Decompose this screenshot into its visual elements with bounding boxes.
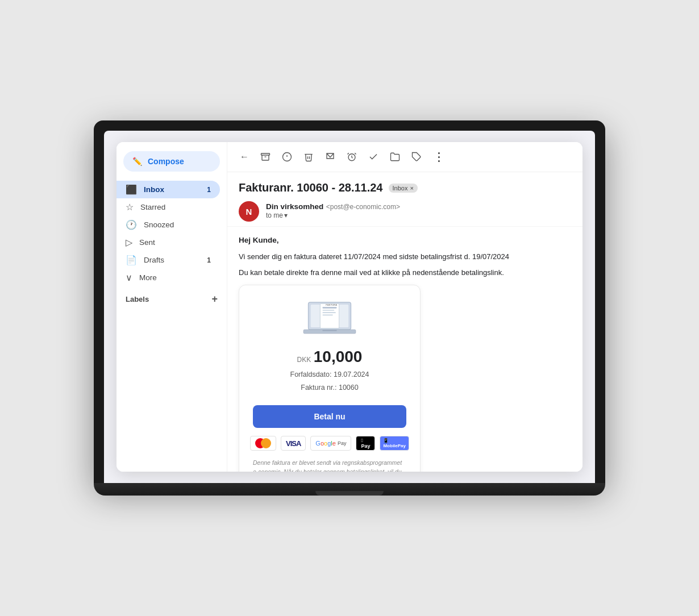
snooze-button[interactable]: [343, 149, 360, 164]
laptop-wrapper: ✏️ Compose ⬛ Inbox 1 ☆ Starred 🕐 S: [94, 120, 605, 496]
more-icon: ∨: [126, 272, 132, 283]
send-icon: ▷: [126, 237, 132, 248]
more-options-button[interactable]: ⋮: [430, 148, 448, 166]
mastercard-icon: [255, 438, 271, 448]
email-subject-text: Fakturanr. 10060 - 28.11.24: [239, 181, 383, 194]
email-body-text-2: Du kan betale direkte fra denne mail ved…: [239, 267, 571, 278]
invoice-card: FAKTURA DKK 10,000: [239, 285, 421, 472]
inbox-icon: ⬛: [126, 184, 137, 195]
email-toolbar: ←: [227, 142, 582, 172]
invoice-currency: DKK: [297, 356, 311, 364]
nav-sent-label: Sent: [139, 238, 155, 247]
sender-avatar: N: [239, 201, 259, 222]
delete-button[interactable]: [300, 149, 317, 164]
laptop-base: [94, 483, 605, 496]
email-subject-row: Fakturanr. 10060 - 28.11.24 Inbox ×: [239, 181, 571, 194]
sender-name-line: Din virksomhed <post@e-conomic.com>: [266, 201, 400, 211]
email-header: Fakturanr. 10060 - 28.11.24 Inbox × N: [227, 172, 582, 227]
archive-button[interactable]: [257, 149, 274, 164]
visa-badge: VISA: [281, 436, 306, 451]
nav-starred-label: Starred: [140, 203, 165, 211]
drafts-icon: 📄: [126, 255, 137, 265]
chevron-down-icon: ▾: [284, 211, 288, 219]
compose-button[interactable]: ✏️ Compose: [123, 151, 220, 172]
payment-methods: VISA Google Pay  Pay 📱 MobilePay: [253, 436, 406, 451]
sender-email: <post@e-conomic.com>: [326, 203, 400, 211]
inbox-badge-count: 1: [207, 186, 211, 194]
labels-section: Labels +: [116, 286, 227, 309]
mark-button[interactable]: [322, 149, 339, 164]
laptop-body: ✏️ Compose ⬛ Inbox 1 ☆ Starred 🕐 S: [94, 120, 605, 483]
email-body-text-1: Vi sender dig en faktura dateret 11/07/2…: [239, 251, 571, 263]
sidebar-item-snoozed[interactable]: 🕐 Snoozed: [116, 216, 220, 234]
invoice-footer-text-1: Denne faktura er blevet sendt via regnsk…: [253, 459, 406, 472]
label-button[interactable]: [408, 149, 425, 164]
invoice-due-date: Forfaldsdato: 19.07.2024: [253, 368, 406, 381]
invoice-amount: DKK 10,000: [253, 348, 406, 366]
svg-rect-8: [323, 307, 337, 309]
drafts-badge-count: 1: [207, 256, 211, 264]
compose-label: Compose: [148, 157, 184, 166]
laptop-screen: ✏️ Compose ⬛ Inbox 1 ☆ Starred 🕐 S: [104, 131, 595, 483]
inbox-tag-badge: Inbox ×: [389, 184, 418, 193]
email-body: Hej Kunde, Vi sender dig en faktura date…: [227, 227, 582, 472]
mastercard-badge: [250, 436, 276, 451]
compose-icon: ✏️: [132, 157, 142, 166]
nav-snoozed-label: Snoozed: [144, 220, 174, 229]
to-me-dropdown[interactable]: to me ▾: [266, 211, 400, 219]
sidebar-item-more[interactable]: ∨ More: [116, 269, 227, 286]
sidebar-item-drafts[interactable]: 📄 Drafts 1: [116, 251, 220, 269]
nav-inbox-label: Inbox: [144, 185, 164, 194]
invoice-value: 10,000: [314, 348, 363, 365]
invoice-illustration: FAKTURA: [253, 299, 406, 339]
svg-rect-0: [261, 153, 270, 155]
pay-now-button[interactable]: Betal nu: [253, 405, 406, 428]
invoice-details: Forfaldsdato: 19.07.2024 Faktura nr.: 10…: [253, 368, 406, 394]
clock-icon: 🕐: [126, 219, 137, 230]
add-label-button[interactable]: +: [211, 293, 218, 305]
main-content: ←: [227, 142, 582, 472]
invoice-number: Faktura nr.: 10060: [253, 381, 406, 394]
mobilepay-badge: 📱 MobilePay: [380, 436, 409, 451]
sender-info: Din virksomhed <post@e-conomic.com> to m…: [266, 201, 400, 219]
report-button[interactable]: [278, 149, 296, 164]
labels-title: Labels: [126, 295, 149, 303]
move-to-button[interactable]: [386, 149, 403, 164]
back-button[interactable]: ←: [236, 149, 252, 164]
svg-rect-14: [323, 330, 337, 331]
svg-text:FAKTURA: FAKTURA: [326, 304, 337, 307]
sidebar-item-starred[interactable]: ☆ Starred: [116, 198, 220, 216]
invoice-laptop-illustration: FAKTURA: [301, 299, 358, 339]
sidebar-item-inbox[interactable]: ⬛ Inbox 1: [116, 181, 220, 198]
sidebar-item-sent[interactable]: ▷ Sent: [116, 234, 220, 251]
sender-row: N Din virksomhed <post@e-conomic.com> to…: [239, 201, 571, 222]
sender-name: Din virksomhed: [266, 202, 323, 211]
svg-rect-9: [323, 310, 335, 311]
email-greeting: Hej Kunde,: [239, 236, 571, 244]
done-button[interactable]: [365, 149, 382, 164]
applepay-badge:  Pay: [356, 436, 375, 451]
nav-more-label: More: [139, 273, 157, 282]
star-icon: ☆: [126, 202, 134, 213]
email-app: ✏️ Compose ⬛ Inbox 1 ☆ Starred 🕐 S: [116, 142, 582, 472]
svg-rect-10: [323, 312, 336, 313]
nav-drafts-label: Drafts: [144, 256, 164, 264]
gpay-badge: Google Pay: [310, 436, 351, 451]
remove-inbox-tag-button[interactable]: ×: [410, 185, 413, 192]
sidebar: ✏️ Compose ⬛ Inbox 1 ☆ Starred 🕐 S: [116, 142, 227, 472]
svg-rect-11: [323, 315, 333, 316]
